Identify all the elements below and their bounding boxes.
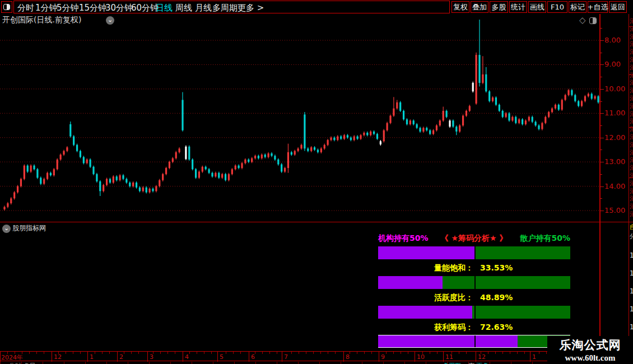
month-gridline (249, 352, 249, 362)
week-tick (299, 352, 299, 354)
y-axis-tick (600, 125, 602, 126)
candle-body (211, 173, 213, 177)
candle-body (195, 169, 197, 178)
period-tab-11[interactable]: 更多 > (238, 3, 264, 13)
watchlist-name-clipped: 消 (630, 17, 633, 25)
watchlist-price-clipped: 1 (630, 323, 633, 331)
bottom-toolbar-clipped[interactable]: 分时 多日多周期窗更多 (0, 362, 633, 364)
bottom-bar-cell-divider (362, 362, 362, 364)
indicator-chevron-down-icon[interactable]: ⌄ (2, 225, 11, 233)
candle-body (116, 176, 118, 180)
week-tick (153, 352, 153, 354)
candle-body (139, 188, 141, 192)
candle-body (297, 148, 299, 151)
period-tab-10[interactable]: 多周期 (212, 3, 238, 13)
y-axis-tick (600, 174, 602, 175)
week-tick (240, 352, 241, 354)
month-gridline (282, 352, 282, 362)
period-tab-8[interactable]: 周线 (175, 3, 192, 13)
period-tab-6[interactable]: 60分钟 (131, 3, 159, 13)
watchlist-name-clipped: 消 (630, 94, 633, 102)
toolbar-button-多股[interactable]: 多股 (490, 1, 508, 13)
candle-body (165, 168, 167, 174)
y-axis-tick (600, 186, 604, 187)
metric-value-3: 72.63% (480, 323, 513, 332)
candle-body (86, 160, 88, 164)
week-tick (459, 352, 459, 354)
toolbar-button-返回[interactable]: 返回 (609, 1, 627, 13)
candle-body (136, 183, 137, 188)
candle-body (429, 130, 431, 134)
candle-body (544, 117, 546, 123)
indicator-name[interactable]: 股朋指标网 (12, 223, 46, 233)
month-label: 1 (90, 353, 94, 361)
candle-body (567, 90, 569, 95)
candle-body (485, 74, 487, 91)
candle-body (522, 119, 523, 124)
watchlist-strip-clipped[interactable]: 消消消消消消消消消消消消消消消消消消消消消消消消消消自分1111111 (629, 14, 633, 361)
week-tick (138, 352, 139, 354)
watchlist-tab-clipped[interactable]: 自 (630, 223, 633, 231)
candle-body (525, 120, 527, 124)
candle-body (584, 96, 586, 101)
candle-body (337, 137, 338, 141)
toolbar-button-复权[interactable]: 复权 (452, 1, 469, 13)
candle-body (565, 95, 566, 100)
month-gridline (343, 352, 344, 362)
candle-body (387, 123, 388, 130)
bottom-bar-cell-divider (490, 362, 490, 364)
candlestick-chart[interactable] (0, 14, 600, 222)
period-tab-3[interactable]: 5分钟 (57, 3, 79, 13)
candle-body (99, 181, 101, 191)
period-tab-9[interactable]: 月线 (195, 3, 212, 13)
candle-body (561, 100, 563, 109)
month-label: 10 (417, 353, 425, 361)
month-gridline (217, 352, 218, 362)
week-tick (350, 352, 350, 354)
candle-body (538, 125, 539, 129)
week-tick (95, 352, 95, 354)
candle-body (436, 125, 437, 130)
toolbar-button-F10[interactable]: F10 (547, 1, 567, 13)
metric-bar-3-midline (474, 335, 476, 347)
candle-body (119, 175, 121, 180)
candle-body (571, 90, 573, 95)
week-tick (262, 352, 263, 354)
date-axis: 2024年121234567891011121 (0, 351, 600, 361)
candle-body (179, 148, 180, 152)
period-tab-5[interactable]: 30分钟 (105, 3, 133, 13)
week-tick (109, 352, 110, 354)
toolbar-button-标记[interactable]: 标记 (569, 1, 587, 13)
candle-body (383, 130, 385, 142)
candle-body (310, 147, 312, 151)
toolbar-button-统计[interactable]: 统计 (509, 1, 527, 13)
candle-body (215, 173, 216, 177)
watchlist-name-clipped: 消 (630, 117, 633, 125)
layout-toggle-button[interactable] (1, 1, 12, 13)
period-menu: 分时1分钟5分钟15分钟30分钟60分钟日线周线月线多周期更多 > (13, 1, 450, 13)
y-axis-label: 11.00 (604, 109, 625, 117)
period-tab-4[interactable]: 15分钟 (79, 3, 106, 13)
week-tick (277, 352, 277, 354)
toolbar-button-画线[interactable]: 画线 (528, 1, 546, 13)
candle-body (353, 137, 355, 141)
week-tick (226, 352, 226, 354)
candle-body (551, 109, 553, 113)
candle-body (406, 119, 408, 124)
panel-divider (0, 222, 629, 222)
period-tab-7[interactable]: 日线 (156, 3, 173, 13)
bottom-bar-cell-divider (383, 362, 384, 364)
week-tick (160, 352, 161, 354)
month-gridline (476, 352, 476, 362)
toolbar-button-叠加[interactable]: 叠加 (471, 1, 488, 13)
candle-body (24, 166, 25, 179)
toolbar-button-+自选[interactable]: +自选 (588, 1, 608, 13)
week-tick (80, 352, 81, 354)
watermark-site-name: 乐淘公式网 (547, 337, 633, 353)
metric-bar-3 (378, 335, 570, 348)
period-tab-1[interactable]: 分时 (17, 3, 34, 13)
candle-body (393, 109, 394, 116)
watchlist-name-clipped: 消 (630, 148, 633, 157)
period-tab-2[interactable]: 1分钟 (35, 3, 58, 13)
candle-body (340, 137, 342, 139)
